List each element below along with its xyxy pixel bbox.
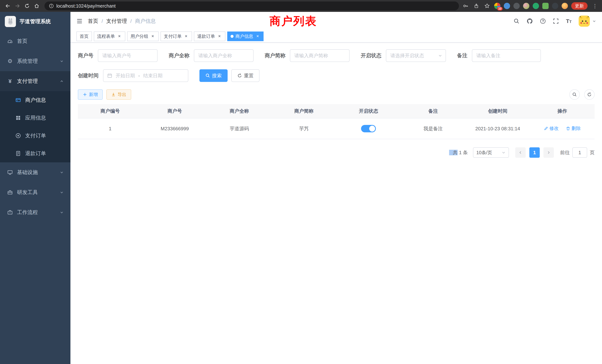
close-icon[interactable]: × [183, 34, 189, 39]
sidebar-item-label: 商户信息 [25, 96, 46, 104]
tab-process-form[interactable]: 流程表单× [94, 32, 125, 41]
sidebar-item-pay-order[interactable]: 支付订单 [0, 127, 70, 145]
help-icon[interactable] [540, 18, 546, 24]
toolbox-icon [7, 190, 13, 195]
tab-home[interactable]: 首页 [76, 32, 92, 41]
font-size-icon[interactable]: TT [566, 18, 572, 24]
add-button[interactable]: 新增 [78, 89, 103, 100]
address-bar[interactable]: localhost:1024/pay/merchant [44, 1, 459, 10]
breadcrumb-separator: / [102, 18, 103, 24]
goto-page-input[interactable] [572, 147, 587, 158]
next-page-button[interactable] [543, 147, 554, 158]
short-name-input[interactable] [290, 49, 350, 62]
back-icon[interactable] [3, 1, 13, 11]
sidebar-item-merchant-info[interactable]: 商户信息 [0, 91, 70, 109]
extension-icon-notes[interactable] [542, 3, 549, 9]
close-icon[interactable]: × [217, 34, 222, 39]
sidebar-item-refund-order[interactable]: 退款订单 [0, 145, 70, 162]
tab-user-group[interactable]: 用户分组× [127, 32, 159, 41]
merchant-no-input[interactable] [98, 49, 158, 62]
github-icon[interactable] [527, 18, 533, 24]
extension-icon-pin[interactable] [552, 3, 558, 9]
sidebar-item-dev-tools[interactable]: 研发工具 [0, 182, 70, 202]
share-icon[interactable] [473, 2, 480, 10]
field-status: 开启状态 请选择开启状态 [361, 49, 446, 62]
page-size-select[interactable]: 10条/页 [473, 147, 509, 158]
tab-merchant-info[interactable]: 商户信息× [227, 32, 264, 41]
page-content: 商户号 商户全称 商户简称 开启状态 请选择开启状态 [70, 43, 602, 364]
sidebar-item-app-info[interactable]: 应用信息 [0, 109, 70, 127]
extension-icon-avatar[interactable] [523, 3, 529, 9]
breadcrumb-current: 商户信息 [135, 18, 156, 25]
tab-pay-order[interactable]: 支付订单× [161, 32, 192, 41]
field-label: 开启状态 [361, 52, 381, 59]
export-button[interactable]: 导出 [106, 89, 131, 100]
navbar-actions: TT [514, 16, 596, 27]
briefcase-icon [7, 210, 13, 215]
extension-icon-green-circle[interactable] [533, 3, 539, 9]
home-icon[interactable] [32, 1, 42, 11]
field-remark: 备注 [457, 49, 541, 62]
sidebar-item-label: 研发工具 [17, 189, 38, 196]
sidebar-item-infrastructure[interactable]: 基础设施 [0, 162, 70, 182]
sidebar-item-system[interactable]: ⚙ 系统管理 [0, 51, 70, 71]
chrome-update-button[interactable]: 更新 [571, 2, 588, 10]
site-info-icon[interactable] [49, 3, 54, 8]
breadcrumb-payment[interactable]: 支付管理 [106, 18, 127, 25]
sidebar-toggle-icon[interactable] [76, 18, 83, 24]
date-separator: - [138, 73, 140, 79]
sidebar-item-payment[interactable]: ¥ 支付管理 [0, 71, 70, 91]
reload-icon[interactable] [22, 1, 32, 11]
hide-search-icon[interactable] [569, 89, 580, 100]
user-avatar[interactable] [579, 16, 590, 27]
user-menu[interactable] [579, 16, 596, 27]
fullscreen-icon[interactable] [553, 18, 559, 24]
sidebar: 芋道管理系统 首页 ⚙ 系统管理 ¥ [0, 12, 70, 364]
breadcrumb-home[interactable]: 首页 [88, 18, 98, 25]
prev-page-button[interactable] [515, 147, 526, 158]
page-number-button[interactable]: 1 [529, 147, 540, 158]
full-name-input[interactable] [194, 49, 254, 62]
close-icon[interactable]: × [255, 34, 260, 39]
close-icon[interactable]: × [150, 34, 155, 39]
merchant-table: 商户编号 商户号 商户全称 商户简称 开启状态 备注 创建时间 操作 1 [78, 104, 595, 139]
edit-link[interactable]: 修改 [544, 125, 559, 131]
sidebar-item-label: 首页 [17, 38, 27, 45]
search-button[interactable]: 搜索 [199, 69, 228, 82]
browser-menu-icon[interactable]: ⋮ [591, 3, 599, 9]
extension-badge: 10 [497, 7, 503, 11]
bookmark-star-icon[interactable] [483, 2, 491, 10]
remark-input[interactable] [472, 49, 541, 62]
field-label: 商户号 [78, 52, 93, 59]
screen: localhost:1024/pay/merchant 10 更新 ⋮ [0, 0, 602, 364]
date-range-picker[interactable]: 开始日期 - 结束日期 [103, 69, 188, 82]
forward-icon[interactable] [13, 1, 22, 11]
extension-icon-drop[interactable] [504, 3, 510, 9]
extension-icon-1[interactable]: 10 [494, 3, 500, 9]
logo-rabbit-icon [5, 16, 16, 27]
app-logo[interactable]: 芋道管理系统 [0, 12, 70, 31]
close-icon[interactable]: × [117, 34, 122, 39]
date-end-placeholder: 结束日期 [143, 73, 162, 79]
breadcrumb-separator: / [130, 18, 132, 24]
delete-link[interactable]: 删除 [566, 125, 581, 131]
cell-short-name: 芋艿 [272, 118, 336, 139]
active-dot [231, 35, 234, 38]
reset-button[interactable]: 重置 [231, 69, 259, 82]
tab-refund-order[interactable]: 退款订单× [194, 32, 225, 41]
password-key-icon[interactable] [462, 2, 469, 10]
extension-icon-dark[interactable] [513, 3, 520, 9]
payment-submenu: 商户信息 应用信息 支付订单 [0, 91, 70, 162]
field-label: 创建时间 [78, 72, 99, 79]
extension-icon-profile[interactable] [562, 3, 568, 9]
target-icon [15, 133, 22, 139]
cell-actions: 修改 删除 [530, 118, 595, 139]
sidebar-item-label: 系统管理 [17, 58, 38, 65]
search-icon[interactable] [514, 18, 519, 24]
sidebar-item-home[interactable]: 首页 [0, 31, 70, 51]
sidebar-item-workflow[interactable]: 工作流程 [0, 202, 70, 222]
refresh-icon[interactable] [584, 89, 595, 100]
status-toggle[interactable] [361, 125, 376, 132]
status-select[interactable]: 请选择开启状态 [386, 49, 446, 62]
browser-toolbar: localhost:1024/pay/merchant 10 更新 ⋮ [0, 0, 602, 12]
